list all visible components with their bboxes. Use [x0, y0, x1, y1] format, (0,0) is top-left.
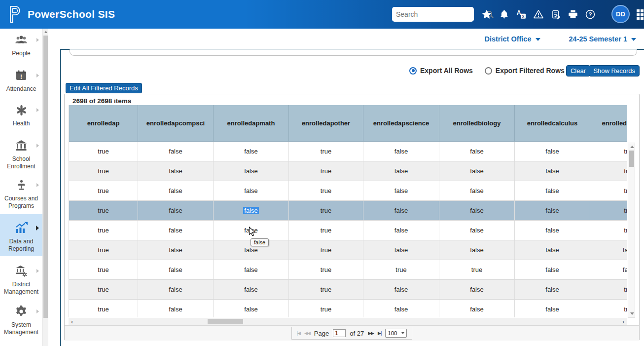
- column-header[interactable]: enrolledapscience: [363, 105, 439, 141]
- table-cell[interactable]: false: [439, 240, 515, 260]
- sidebar-item-district-management[interactable]: DistrictManagement: [0, 264, 42, 296]
- sidebar-scrollbar[interactable]: [42, 29, 48, 346]
- table-cell[interactable]: true: [69, 300, 138, 317]
- table-cell[interactable]: true: [69, 181, 138, 201]
- table-cell[interactable]: false: [138, 280, 214, 300]
- table-cell[interactable]: true: [439, 260, 515, 280]
- export-filtered-rows-radio[interactable]: [485, 67, 492, 75]
- favorites-icon[interactable]: [481, 9, 492, 20]
- scroll-down-icon[interactable]: [630, 312, 634, 315]
- table-row[interactable]: truefalsefalsetruefalsefalsefalsetrue: [69, 142, 627, 161]
- table-row[interactable]: truefalsefalsetruefalsefalsefalsetrue: [69, 161, 627, 181]
- table-cell[interactable]: false: [515, 201, 590, 221]
- table-cell[interactable]: true: [363, 260, 439, 280]
- table-row[interactable]: truefalsefalsetruefalsefalsefalsetrue: [69, 300, 627, 317]
- table-cell[interactable]: true: [590, 181, 627, 201]
- table-cell[interactable]: false: [138, 161, 214, 181]
- page-number-input[interactable]: [333, 329, 346, 337]
- table-cell[interactable]: true: [590, 221, 627, 240]
- table-cell[interactable]: false: [515, 280, 590, 300]
- table-row[interactable]: truefalsefalsetruefalsefalsefalsefalse: [69, 240, 627, 260]
- table-cell[interactable]: false: [214, 161, 289, 181]
- school-selector[interactable]: District Office: [484, 35, 540, 43]
- table-row[interactable]: truefalsefalsetruefalsefalsefalsetrue: [69, 201, 627, 221]
- table-cell[interactable]: false: [439, 300, 515, 317]
- table-cell[interactable]: false: [439, 161, 515, 181]
- table-cell[interactable]: false: [214, 201, 289, 221]
- table-cell[interactable]: true: [289, 161, 363, 181]
- table-cell[interactable]: false: [439, 280, 515, 300]
- table-cell[interactable]: false: [515, 161, 590, 181]
- table-cell[interactable]: true: [69, 221, 138, 240]
- table-cell[interactable]: true: [69, 161, 138, 181]
- table-cell[interactable]: false: [138, 221, 214, 240]
- table-cell[interactable]: false: [515, 181, 590, 201]
- table-cell[interactable]: true: [590, 142, 627, 161]
- scroll-up-icon[interactable]: [630, 146, 634, 148]
- table-cell[interactable]: false: [590, 240, 627, 260]
- table-row[interactable]: truefalsefalsetruefalsefalsefalsetrue: [69, 181, 627, 201]
- column-header[interactable]: enrolledap: [69, 105, 138, 141]
- clear-button[interactable]: Clear: [566, 65, 590, 77]
- table-cell[interactable]: false: [515, 221, 590, 240]
- page-size-select[interactable]: 100: [385, 329, 407, 338]
- column-header[interactable]: enrolledapother: [289, 105, 363, 141]
- table-cell[interactable]: true: [69, 280, 138, 300]
- table-cell[interactable]: true: [289, 181, 363, 201]
- export-all-rows-label[interactable]: Export All Rows: [420, 67, 473, 75]
- column-header[interactable]: enrolledbiology: [439, 105, 515, 141]
- vertical-scrollbar-thumb[interactable]: [629, 151, 634, 167]
- user-avatar[interactable]: DD: [611, 5, 630, 23]
- table-cell[interactable]: false: [214, 181, 289, 201]
- export-filtered-rows-label[interactable]: Export Filtered Rows: [496, 67, 565, 75]
- table-row[interactable]: truefalsefalsetruefalsefalsefalsetrue: [69, 280, 627, 300]
- table-cell[interactable]: false: [439, 142, 515, 161]
- show-records-button[interactable]: Show Records: [589, 65, 640, 77]
- table-cell[interactable]: true: [69, 260, 138, 280]
- search-input[interactable]: [396, 10, 485, 18]
- table-cell[interactable]: false: [515, 142, 590, 161]
- table-cell[interactable]: true: [289, 240, 363, 260]
- app-switcher-icon[interactable]: [636, 9, 644, 20]
- sidebar-item-courses-and-programs[interactable]: Courses andPrograms: [0, 178, 42, 210]
- table-cell[interactable]: false: [439, 221, 515, 240]
- table-cell[interactable]: false: [138, 240, 214, 260]
- table-cell[interactable]: false: [515, 300, 590, 317]
- translate-icon[interactable]: Ax: [516, 9, 527, 20]
- table-cell[interactable]: false: [138, 142, 214, 161]
- horizontal-scrollbar-thumb[interactable]: [208, 319, 243, 324]
- table-cell[interactable]: false: [138, 181, 214, 201]
- table-cell[interactable]: false: [214, 221, 289, 240]
- sidebar-item-data-and-reporting[interactable]: Data andReporting: [0, 214, 42, 256]
- tasks-icon[interactable]: [550, 9, 561, 20]
- last-page-button[interactable]: ▶|: [378, 331, 381, 336]
- table-cell[interactable]: false: [138, 300, 214, 317]
- table-cell[interactable]: true: [289, 201, 363, 221]
- notifications-icon[interactable]: [499, 9, 509, 20]
- table-row[interactable]: truefalsefalsetruefalsefalsefalsetrue: [69, 221, 627, 240]
- table-row[interactable]: truefalsefalsetruetruetruefalsefalse: [69, 260, 627, 280]
- table-cell[interactable]: true: [590, 201, 627, 221]
- table-cell[interactable]: false: [214, 260, 289, 280]
- column-header[interactable]: enrolledapcompsci: [138, 105, 214, 141]
- table-cell[interactable]: false: [138, 201, 214, 221]
- table-cell[interactable]: false: [214, 300, 289, 317]
- table-cell[interactable]: true: [69, 142, 138, 161]
- table-cell[interactable]: false: [515, 260, 590, 280]
- table-cell[interactable]: false: [363, 300, 439, 317]
- print-icon[interactable]: [568, 9, 578, 20]
- scroll-right-icon[interactable]: ›: [622, 318, 624, 325]
- sidebar-item-health[interactable]: Health: [0, 103, 42, 127]
- table-cell[interactable]: false: [363, 201, 439, 221]
- table-cell[interactable]: false: [363, 240, 439, 260]
- table-cell[interactable]: false: [515, 240, 590, 260]
- table-cell[interactable]: true: [69, 240, 138, 260]
- table-cell[interactable]: false: [363, 181, 439, 201]
- help-icon[interactable]: ?: [585, 9, 596, 20]
- sidebar-item-system-management[interactable]: SystemManagement: [0, 304, 42, 336]
- column-header[interactable]: enrolledchemistry: [590, 105, 627, 141]
- powerschool-logo-icon[interactable]: [8, 5, 22, 26]
- table-cell[interactable]: true: [289, 221, 363, 240]
- next-page-button[interactable]: ▶▶: [368, 331, 374, 336]
- table-cell[interactable]: false: [363, 280, 439, 300]
